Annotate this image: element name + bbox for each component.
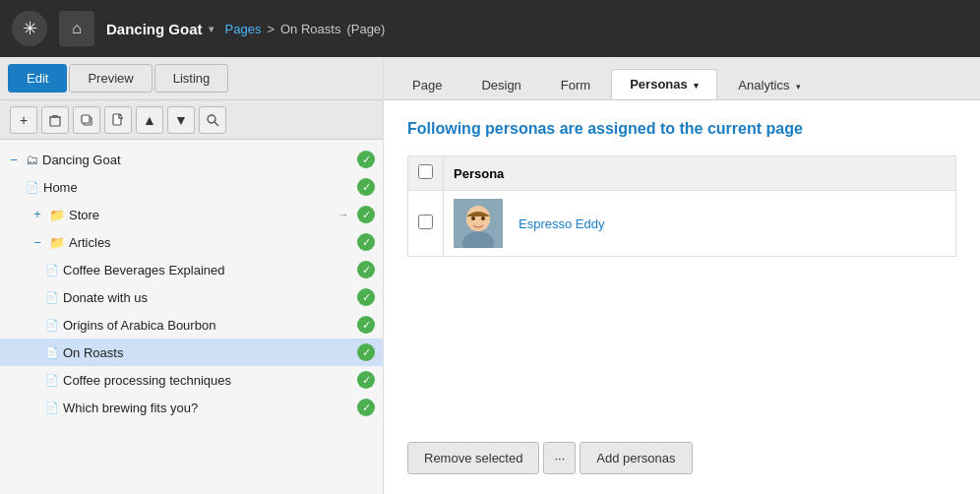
tree-label: Dancing Goat: [42, 153, 353, 167]
edit-tabs: Edit Preview Listing: [0, 57, 383, 100]
tree-item-store[interactable]: + 📁 Store →: [0, 201, 383, 228]
analytics-arrow-icon: ▾: [796, 82, 801, 92]
breadcrumb-type: (Page): [346, 22, 385, 36]
folder-icon: 📁: [49, 235, 65, 250]
svg-point-5: [208, 115, 215, 123]
tab-form[interactable]: Form: [542, 70, 609, 99]
logo-icon[interactable]: ✳: [12, 11, 47, 46]
svg-point-11: [471, 216, 475, 220]
add-button[interactable]: +: [10, 106, 37, 134]
breadcrumb-pages-link[interactable]: Pages: [225, 22, 262, 36]
tab-analytics[interactable]: Analytics ▾: [719, 70, 820, 99]
page-icon: 📄: [26, 181, 39, 194]
svg-rect-2: [82, 115, 90, 123]
tree-label: Which brewing fits you?: [63, 401, 353, 415]
check-icon: [357, 343, 375, 361]
toolbar: + ▲ ▼: [0, 100, 383, 140]
tree-label: Coffee processing techniques: [63, 373, 353, 388]
move-down-button[interactable]: ▼: [167, 106, 195, 134]
tab-design[interactable]: Design: [462, 70, 539, 99]
tree-label: Donate with us: [63, 290, 353, 305]
page-icon: 📄: [45, 401, 59, 414]
remove-selected-button[interactable]: Remove selected: [407, 442, 539, 474]
site-arrow-icon: ▾: [209, 24, 214, 34]
expand-icon: +: [30, 208, 45, 221]
tree-label: Coffee Beverages Explained: [63, 263, 353, 278]
left-panel: Edit Preview Listing + ▲ ▼: [0, 57, 384, 494]
check-icon: [357, 233, 375, 251]
personas-arrow-icon: ▾: [694, 81, 699, 91]
persona-checkbox[interactable]: [418, 215, 433, 229]
add-personas-button[interactable]: Add personas: [580, 442, 692, 474]
tree-label: Home: [43, 180, 353, 195]
preview-tab[interactable]: Preview: [69, 64, 152, 93]
more-options-button[interactable]: ···: [543, 442, 576, 474]
check-icon: [357, 206, 375, 223]
breadcrumb: Pages > On Roasts (Page): [225, 22, 386, 36]
tree-item-processing[interactable]: 📄 Coffee processing techniques: [0, 366, 383, 394]
move-up-button[interactable]: ▲: [136, 106, 163, 134]
tree-item-home[interactable]: 📄 Home: [0, 173, 383, 201]
edit-tab[interactable]: Edit: [8, 64, 67, 93]
tree-item-donate[interactable]: 📄 Donate with us: [0, 283, 383, 311]
avatar: [454, 199, 503, 248]
check-icon: [357, 399, 375, 416]
select-all-checkbox[interactable]: [418, 164, 433, 179]
delete-button[interactable]: [41, 106, 69, 134]
tree-item-on-roasts[interactable]: 📄 On Roasts: [0, 339, 383, 366]
tree-item-articles[interactable]: − 📁 Articles: [0, 228, 383, 256]
new-doc-button[interactable]: [104, 106, 132, 134]
breadcrumb-sep: >: [267, 22, 275, 36]
persona-link[interactable]: Espresso Eddy: [519, 216, 604, 231]
arrow-right-icon: →: [337, 208, 349, 221]
breadcrumb-current: On Roasts: [280, 22, 340, 36]
svg-rect-0: [50, 117, 60, 126]
avatar-image: [454, 199, 503, 248]
check-icon: [357, 316, 375, 334]
folder-icon: 🗂: [26, 153, 38, 167]
tree-item-dancing-goat[interactable]: − 🗂 Dancing Goat: [0, 146, 383, 173]
tree-label: Store: [69, 208, 334, 222]
table-header-checkbox: [408, 156, 444, 191]
home-icon: ⌂: [72, 20, 82, 37]
svg-line-6: [214, 122, 218, 126]
tree-item-origins[interactable]: 📄 Origins of Arabica Bourbon: [0, 311, 383, 339]
page-icon: 📄: [45, 374, 59, 387]
section-title: Following personas are assigned to the c…: [407, 120, 956, 138]
row-checkbox-cell: [408, 191, 444, 257]
folder-icon: 📁: [49, 208, 65, 222]
action-bar: Remove selected ··· Add personas: [384, 442, 980, 494]
content-area: Following personas are assigned to the c…: [384, 100, 980, 442]
tab-personas[interactable]: Personas ▾: [611, 69, 717, 99]
table-row: Espresso Eddy: [408, 191, 956, 257]
check-icon: [357, 261, 375, 278]
home-button[interactable]: ⌂: [59, 11, 94, 46]
tree-item-coffee-beverages[interactable]: 📄 Coffee Beverages Explained: [0, 256, 383, 283]
top-bar: ✳ ⌂ Dancing Goat ▾ Pages > On Roasts (Pa…: [0, 0, 980, 57]
search-button[interactable]: [199, 106, 226, 134]
check-icon: [357, 151, 375, 168]
file-tree: − 🗂 Dancing Goat 📄 Home + 📁 Store →: [0, 140, 383, 494]
tree-item-brewing[interactable]: 📄 Which brewing fits you?: [0, 394, 383, 421]
tree-label: On Roasts: [63, 345, 353, 360]
collapse-icon: −: [30, 235, 45, 250]
tree-label: Origins of Arabica Bourbon: [63, 318, 353, 333]
main-layout: Edit Preview Listing + ▲ ▼: [0, 57, 980, 494]
page-icon: 📄: [45, 319, 59, 332]
tree-label: Articles: [69, 235, 353, 250]
collapse-icon: −: [6, 153, 22, 167]
right-panel: Page Design Form Personas ▾ Analytics ▾ …: [384, 57, 980, 494]
check-icon: [357, 178, 375, 196]
page-icon: 📄: [45, 264, 59, 277]
check-icon: [357, 288, 375, 306]
persona-cell: Espresso Eddy: [444, 191, 956, 257]
copy-button[interactable]: [73, 106, 100, 134]
table-header-persona: Persona: [444, 156, 956, 191]
persona-table: Persona: [407, 155, 956, 257]
site-name[interactable]: Dancing Goat ▾: [106, 21, 214, 37]
page-icon: 📄: [45, 346, 59, 359]
page-icon: 📄: [45, 291, 59, 304]
tab-page[interactable]: Page: [394, 70, 460, 99]
page-tabs: Page Design Form Personas ▾ Analytics ▾: [384, 57, 980, 100]
listing-tab[interactable]: Listing: [154, 64, 229, 93]
